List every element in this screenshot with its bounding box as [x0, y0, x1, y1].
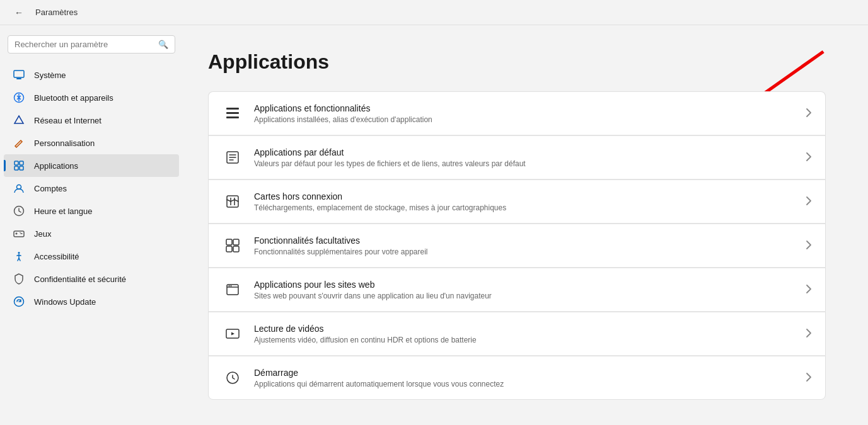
sidebar-item-applications[interactable]: Applications: [4, 154, 179, 177]
sidebar-item-heure[interactable]: Heure et langue: [4, 200, 179, 222]
sidebar-label-heure: Heure et langue: [34, 207, 93, 216]
svg-rect-5: [14, 166, 18, 170]
settings-title-lecture-videos: Lecture de vidéos: [254, 324, 795, 334]
chevron-icon-apps-defaut: [805, 151, 813, 164]
settings-item-apps-fonctionnalites[interactable]: Applications et fonctionnalitésApplicati…: [208, 91, 826, 135]
settings-icon-apps-fonctionnalites: [221, 102, 244, 125]
svg-rect-9: [14, 231, 24, 237]
sidebar-item-reseau[interactable]: Réseau et Internet: [4, 109, 179, 132]
sidebar-item-systeme[interactable]: Système: [4, 64, 179, 86]
settings-title-apps-sites-web: Applications pour les sites web: [254, 280, 795, 290]
settings-title-apps-fonctionnalites: Applications et fonctionnalités: [254, 103, 795, 113]
settings-icon-lecture-videos: [221, 322, 244, 345]
svg-rect-21: [233, 239, 239, 245]
sidebar-item-comptes[interactable]: Comptes: [4, 177, 179, 200]
settings-text-apps-fonctionnalites: Applications et fonctionnalitésApplicati…: [254, 103, 795, 124]
settings-item-apps-sites-web[interactable]: Applications pour les sites webSites web…: [208, 268, 826, 312]
settings-icon-cartes-hors: [221, 190, 244, 213]
sidebar-label-comptes: Comptes: [34, 184, 67, 193]
sidebar-label-update: Windows Update: [34, 297, 96, 307]
sidebar-label-bluetooth: Bluetooth et appareils: [34, 93, 113, 103]
sidebar-label-systeme: Système: [34, 71, 66, 80]
settings-desc-lecture-videos: Ajustements vidéo, diffusion en continu …: [254, 336, 795, 344]
chevron-icon-fonctionnalites-facultatives: [805, 239, 813, 252]
settings-text-apps-defaut: Applications par défautValeurs par défau…: [254, 147, 795, 168]
back-icon: ←: [14, 8, 23, 18]
settings-desc-fonctionnalites-facultatives: Fonctionnalités supplémentaires pour vot…: [254, 247, 795, 256]
settings-text-apps-sites-web: Applications pour les sites webSites web…: [254, 280, 795, 300]
svg-rect-0: [14, 71, 24, 77]
topbar-title: Paramètres: [35, 8, 78, 17]
svg-point-11: [18, 252, 20, 254]
sidebar-label-confidentialite: Confidentialité et sécurité: [34, 275, 126, 284]
top-bar: ← Paramètres: [0, 0, 868, 25]
search-input[interactable]: [14, 40, 153, 49]
settings-item-fonctionnalites-facultatives[interactable]: Fonctionnalités facultativesFonctionnali…: [208, 224, 826, 268]
sidebar-icon-confidentialite: [13, 273, 25, 285]
page-title: Applications: [208, 50, 830, 74]
search-box[interactable]: 🔍: [8, 35, 175, 54]
sidebar-label-accessibilite: Accessibilité: [34, 252, 79, 261]
settings-desc-cartes-hors: Téléchargements, emplacement de stockage…: [254, 203, 795, 212]
svg-rect-20: [226, 239, 232, 245]
content-area: Applications Applications et fonctionnal…: [183, 25, 868, 425]
sidebar-icon-jeux: [13, 227, 25, 240]
chevron-icon-apps-sites-web: [805, 283, 813, 297]
svg-rect-23: [233, 246, 239, 252]
sidebar-item-update[interactable]: Windows Update: [4, 290, 179, 313]
settings-title-fonctionnalites-facultatives: Fonctionnalités facultatives: [254, 235, 795, 246]
main-layout: 🔍 SystèmeBluetooth et appareilsRéseau et…: [0, 25, 868, 425]
sidebar-icon-heure: [13, 205, 25, 217]
svg-point-26: [231, 285, 232, 286]
svg-point-10: [20, 232, 21, 234]
sidebar-item-jeux[interactable]: Jeux: [4, 222, 179, 245]
settings-text-cartes-hors: Cartes hors connexionTéléchargements, em…: [254, 191, 795, 212]
settings-text-fonctionnalites-facultatives: Fonctionnalités facultativesFonctionnali…: [254, 235, 795, 256]
sidebar-icon-comptes: [13, 182, 25, 195]
sidebar-icon-accessibilite: [13, 250, 25, 263]
svg-rect-6: [20, 166, 23, 170]
sidebar-label-applications: Applications: [34, 161, 78, 171]
svg-rect-17: [226, 116, 239, 118]
settings-desc-demarrage: Applications qui démarrent automatiqueme…: [254, 380, 795, 388]
sidebar-icon-systeme: [13, 69, 25, 81]
settings-title-demarrage: Démarrage: [254, 368, 795, 378]
svg-rect-15: [226, 108, 239, 110]
settings-item-apps-defaut[interactable]: Applications par défautValeurs par défau…: [208, 135, 826, 179]
settings-desc-apps-fonctionnalites: Applications installées, alias d'exécuti…: [254, 115, 795, 124]
svg-rect-19: [227, 196, 238, 207]
svg-rect-1: [16, 78, 21, 79]
sidebar-item-bluetooth[interactable]: Bluetooth et appareils: [4, 86, 179, 109]
sidebar-icon-perso: [13, 137, 25, 149]
sidebar-items: SystèmeBluetooth et appareilsRéseau et I…: [0, 64, 183, 313]
sidebar: 🔍 SystèmeBluetooth et appareilsRéseau et…: [0, 25, 183, 425]
svg-rect-4: [20, 161, 23, 165]
settings-text-demarrage: DémarrageApplications qui démarrent auto…: [254, 368, 795, 388]
sidebar-icon-reseau: [13, 114, 25, 127]
sidebar-item-perso[interactable]: Personnalisation: [4, 132, 179, 154]
sidebar-label-jeux: Jeux: [34, 229, 51, 239]
settings-item-demarrage[interactable]: DémarrageApplications qui démarrent auto…: [208, 356, 826, 400]
search-icon: 🔍: [158, 40, 168, 49]
svg-rect-22: [226, 246, 232, 252]
sidebar-icon-applications: [13, 159, 25, 172]
back-button[interactable]: ←: [10, 4, 28, 21]
settings-item-lecture-videos[interactable]: Lecture de vidéosAjustements vidéo, diff…: [208, 312, 826, 356]
sidebar-item-accessibilite[interactable]: Accessibilité: [4, 245, 179, 268]
chevron-icon-apps-fonctionnalites: [805, 107, 813, 120]
chevron-icon-lecture-videos: [805, 327, 813, 341]
settings-title-cartes-hors: Cartes hors connexion: [254, 191, 795, 201]
settings-icon-demarrage: [221, 366, 244, 389]
sidebar-icon-update: [13, 295, 25, 308]
sidebar-label-perso: Personnalisation: [34, 139, 95, 148]
sidebar-icon-bluetooth: [13, 91, 25, 104]
settings-desc-apps-sites-web: Sites web pouvant s'ouvrir dans une appl…: [254, 292, 795, 300]
chevron-icon-demarrage: [805, 371, 813, 385]
sidebar-item-confidentialite[interactable]: Confidentialité et sécurité: [4, 268, 179, 290]
settings-item-cartes-hors[interactable]: Cartes hors connexionTéléchargements, em…: [208, 179, 826, 224]
settings-text-lecture-videos: Lecture de vidéosAjustements vidéo, diff…: [254, 324, 795, 344]
content-wrapper: Applications Applications et fonctionnal…: [208, 50, 830, 400]
sidebar-label-reseau: Réseau et Internet: [34, 116, 101, 125]
settings-icon-apps-sites-web: [221, 278, 244, 301]
svg-point-25: [229, 285, 230, 286]
